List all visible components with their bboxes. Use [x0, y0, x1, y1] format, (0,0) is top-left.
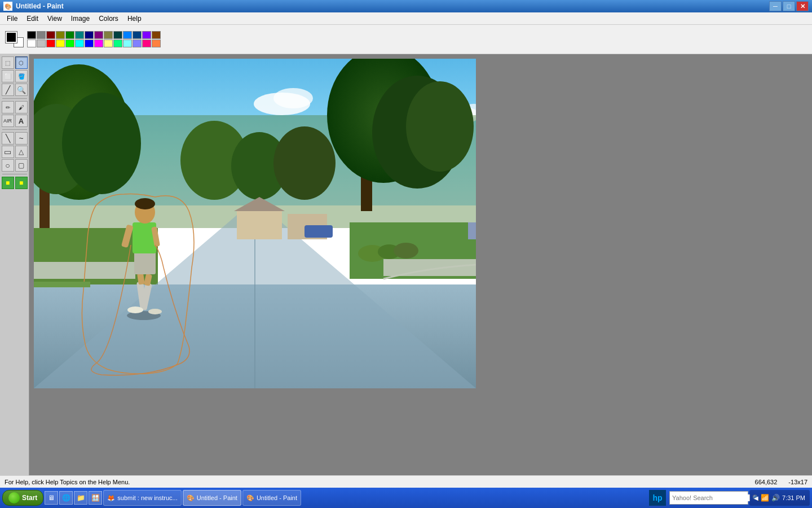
paint-icon-2: 🎨 — [246, 494, 254, 502]
svg-rect-20 — [383, 259, 476, 276]
eraser-tool[interactable]: ⬜ — [2, 70, 14, 82]
windows-btn[interactable]: 🪟 — [89, 491, 102, 505]
color-pink[interactable] — [142, 40, 151, 47]
pencil-tool[interactable]: ✏ — [2, 101, 14, 113]
svg-point-9 — [62, 93, 141, 194]
tool-row-1: ⬚ ⬡ — [2, 56, 28, 69]
start-button[interactable]: Start — [2, 490, 43, 506]
ie-btn[interactable]: 🌐 — [59, 491, 73, 505]
volume-icon[interactable]: 🔊 — [771, 494, 780, 502]
svg-rect-28 — [304, 225, 333, 238]
taskbar-firefox-btn[interactable]: 🦊 submit : new instruc... — [103, 490, 181, 506]
color-darkred[interactable] — [46, 31, 55, 39]
color-lightcyan[interactable] — [123, 40, 132, 47]
tool-row-8: ○ ▢ — [2, 159, 28, 172]
color-blue[interactable] — [85, 40, 94, 47]
zoom-tool[interactable]: 🔍 — [15, 84, 28, 96]
menu-image[interactable]: Image — [67, 14, 94, 24]
select-free-tool[interactable]: ⬡ — [15, 56, 28, 69]
eyedropper-tool[interactable]: ╱ — [2, 84, 14, 96]
svg-point-13 — [406, 81, 474, 172]
color-black[interactable] — [27, 31, 36, 39]
select-rect-tool[interactable]: ⬚ — [2, 56, 14, 69]
network-icon[interactable]: 📶 — [761, 494, 769, 502]
color-gray[interactable] — [37, 31, 46, 39]
main-area: ⬚ ⬡ ⬜ 🪣 ╱ 🔍 ✏ 🖌 AIR A ╲ ~ — [0, 54, 812, 475]
color-darkgreen[interactable] — [65, 31, 74, 39]
color-darkteal[interactable] — [113, 31, 122, 39]
start-label: Start — [22, 494, 37, 502]
minimize-button[interactable]: ─ — [769, 1, 782, 11]
image-manager2[interactable]: ■ — [15, 177, 28, 189]
curve-tool[interactable]: ~ — [15, 132, 28, 144]
color-palette — [27, 31, 161, 47]
maximize-button[interactable]: □ — [783, 1, 795, 11]
svg-point-33 — [127, 306, 143, 313]
airbrush-tool[interactable]: AIR — [2, 115, 14, 127]
color-violet[interactable] — [142, 31, 151, 39]
menu-view[interactable]: View — [43, 14, 67, 24]
poly-tool[interactable]: △ — [15, 146, 28, 158]
color-lightyellow[interactable] — [104, 40, 113, 47]
tray-arrow-left[interactable]: ◀ — [754, 495, 758, 501]
status-bar: For Help, click Help Topics on the Help … — [0, 475, 812, 488]
help-text: For Help, click Help Topics on the Help … — [5, 479, 130, 485]
color-yellowolive[interactable] — [104, 31, 113, 39]
color-silver[interactable] — [37, 40, 46, 47]
svg-rect-29 — [468, 222, 476, 239]
menu-file[interactable]: File — [2, 14, 22, 24]
color-skyblue[interactable] — [123, 31, 132, 39]
color-navy[interactable] — [85, 31, 94, 39]
folder-btn[interactable]: 📁 — [74, 491, 87, 505]
status-coords: 664,632 -13x17 — [755, 479, 807, 485]
text-tool[interactable]: A — [15, 115, 28, 127]
color-red[interactable] — [46, 40, 55, 47]
color-cyan[interactable] — [75, 40, 84, 47]
color-lime[interactable] — [65, 40, 74, 47]
brush-tool[interactable]: 🖌 — [15, 101, 28, 113]
firefox-icon: 🦊 — [107, 494, 115, 502]
search-input[interactable] — [672, 494, 750, 501]
color-purple[interactable] — [94, 31, 103, 39]
window-title: Untitled - Paint — [16, 2, 64, 10]
svg-rect-25 — [237, 211, 282, 239]
color-olive[interactable] — [56, 31, 65, 39]
image-manager1[interactable]: ■ — [2, 177, 14, 189]
color-orange[interactable] — [152, 40, 161, 47]
line-tool[interactable]: ╲ — [2, 132, 14, 144]
system-clock: 7:31 PM — [782, 494, 805, 501]
color-white[interactable] — [27, 40, 36, 47]
start-orb-icon — [8, 492, 20, 503]
color-yellow[interactable] — [56, 40, 65, 47]
color-lightblue[interactable] — [133, 40, 142, 47]
tool-row-5: AIR A — [2, 115, 28, 127]
menu-colors[interactable]: Colors — [94, 14, 123, 24]
color-darkblue[interactable] — [133, 31, 142, 39]
ellipse-tool[interactable]: ○ — [2, 159, 14, 172]
title-bar-left: 🎨 Untitled - Paint — [3, 2, 64, 11]
color-brown[interactable] — [152, 31, 161, 39]
taskbar-paint-btn-2[interactable]: 🎨 Untitled - Paint — [242, 490, 301, 506]
primary-color-swatch[interactable] — [6, 32, 17, 43]
taskbar-paint-btn-1[interactable]: 🎨 Untitled - Paint — [183, 490, 241, 506]
rounded-rect-tool[interactable]: ▢ — [15, 159, 28, 172]
tool-row-6: ╲ ~ — [2, 132, 28, 144]
rect-tool[interactable]: ▭ — [2, 146, 14, 158]
close-button[interactable]: ✕ — [796, 1, 809, 11]
tool-row-3: ╱ 🔍 — [2, 84, 28, 96]
paint-label-2: Untitled - Paint — [257, 494, 297, 501]
svg-point-42 — [135, 198, 155, 209]
color-magenta[interactable] — [94, 40, 103, 47]
taskbar: Start 🖥 🌐 📁 🪟 🦊 submit : new instruc... … — [0, 488, 812, 508]
color-lightgreen[interactable] — [113, 40, 122, 47]
system-tray: ◀ 📶 🔊 7:31 PM — [749, 490, 810, 506]
canvas-area[interactable] — [29, 54, 812, 475]
show-desktop-btn[interactable]: 🖥 — [45, 491, 58, 505]
tool-divider-1 — [2, 98, 27, 99]
menu-edit[interactable]: Edit — [22, 14, 43, 24]
menu-help[interactable]: Help — [123, 14, 146, 24]
color-teal[interactable] — [75, 31, 84, 39]
fill-tool[interactable]: 🪣 — [15, 70, 28, 82]
search-box[interactable]: 🔍 — [669, 491, 748, 505]
svg-point-16 — [273, 126, 336, 200]
